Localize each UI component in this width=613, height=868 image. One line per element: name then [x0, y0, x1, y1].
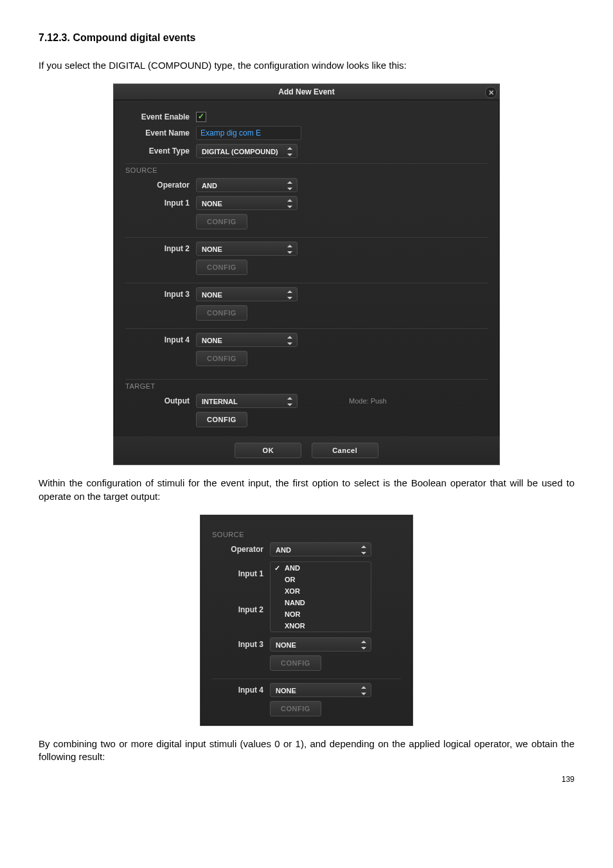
page-number: 139 [39, 775, 574, 784]
operator-option-xnor[interactable]: XNOR [271, 620, 371, 632]
operator-label: Operator [125, 181, 196, 190]
output-select[interactable]: INTERNAL [196, 394, 298, 408]
input-2-label-2: Input 2 [212, 605, 270, 614]
input-2-label: Input 2 [125, 244, 196, 253]
operator-select-open[interactable]: AND [270, 542, 371, 556]
chevron-updown-icon [359, 640, 368, 650]
intro-paragraph-3: By combining two or more digital input s… [39, 738, 574, 764]
target-section-label: TARGET [125, 379, 488, 390]
operator-label-2: Operator [212, 545, 270, 554]
input-1-select[interactable]: NONE [196, 196, 298, 210]
output-mode-text: Mode: Push [349, 397, 387, 405]
output-label: Output [125, 396, 196, 405]
intro-paragraph-1: If you select the DIGITAL (COMPOUND) typ… [39, 59, 574, 72]
input-4-select-2[interactable]: NONE [270, 683, 371, 697]
source-section-label-2: SOURCE [212, 528, 401, 538]
input-1-label: Input 1 [125, 199, 196, 208]
chevron-updown-icon [359, 686, 368, 696]
input-3-config-button[interactable]: CONFIG [196, 305, 247, 321]
chevron-updown-icon [285, 146, 294, 157]
input-1-value: NONE [202, 200, 222, 208]
event-type-label: Event Type [125, 146, 196, 155]
input-3-value: NONE [202, 291, 222, 299]
operator-dropdown-panel: SOURCE Operator AND Input 1 Input 2 AND [200, 515, 413, 726]
input-3-select-2[interactable]: NONE [270, 637, 371, 651]
input-4-label-2: Input 4 [212, 686, 270, 695]
input-4-value-2: NONE [276, 687, 296, 695]
input-3-config-button-2[interactable]: CONFIG [270, 655, 321, 671]
input-4-config-button-2[interactable]: CONFIG [270, 701, 321, 716]
event-name-input[interactable]: Examp dig com E [196, 126, 301, 140]
operator-option-nor[interactable]: NOR [271, 608, 371, 620]
operator-option-nand[interactable]: NAND [271, 597, 371, 608]
event-enable-label: Event Enable [125, 112, 196, 121]
chevron-updown-icon [285, 290, 294, 300]
operator-option-and[interactable]: AND [271, 562, 371, 574]
input-3-select[interactable]: NONE [196, 287, 298, 301]
input-3-label-2: Input 3 [212, 640, 270, 649]
input-4-label: Input 4 [125, 335, 196, 344]
intro-paragraph-2: Within the configuration of stimuli for … [39, 477, 574, 503]
chevron-updown-icon [285, 181, 294, 191]
chevron-updown-icon [359, 545, 368, 555]
operator-option-or[interactable]: OR [271, 574, 371, 585]
operator-value-2: AND [276, 546, 291, 554]
input-1-label-2: Input 1 [212, 569, 270, 578]
chevron-updown-icon [285, 396, 294, 407]
output-value: INTERNAL [202, 398, 238, 405]
event-type-value: DIGITAL (COMPOUND) [202, 148, 278, 155]
input-4-value: NONE [202, 337, 222, 344]
input-3-label: Input 3 [125, 290, 196, 299]
chevron-updown-icon [285, 244, 294, 254]
input-2-value: NONE [202, 245, 222, 253]
operator-select[interactable]: AND [196, 178, 298, 192]
dialog-title: Add New Event [278, 87, 334, 96]
ok-button[interactable]: OK [235, 443, 301, 458]
input-2-select[interactable]: NONE [196, 242, 298, 256]
add-new-event-dialog: Add New Event ✕ Event Enable Event Name … [113, 84, 500, 465]
operator-value: AND [202, 182, 217, 190]
input-1-config-button[interactable]: CONFIG [196, 214, 247, 229]
input-4-config-button[interactable]: CONFIG [196, 351, 247, 366]
source-section-label: SOURCE [125, 163, 488, 174]
dialog-titlebar: Add New Event ✕ [114, 84, 499, 100]
operator-option-xor[interactable]: XOR [271, 585, 371, 597]
chevron-updown-icon [285, 199, 294, 209]
event-type-select[interactable]: DIGITAL (COMPOUND) [196, 144, 298, 158]
input-3-value-2: NONE [276, 641, 296, 649]
event-enable-checkbox[interactable] [196, 112, 206, 122]
input-2-config-button[interactable]: CONFIG [196, 260, 247, 275]
close-icon[interactable]: ✕ [485, 87, 497, 98]
input-4-select[interactable]: NONE [196, 333, 298, 347]
output-config-button[interactable]: CONFIG [196, 412, 247, 427]
event-name-label: Event Name [125, 128, 196, 137]
section-heading: 7.12.3. Compound digital events [39, 32, 574, 44]
operator-options-list[interactable]: AND OR XOR NAND NOR XNOR [270, 562, 371, 632]
chevron-updown-icon [285, 335, 294, 346]
cancel-button[interactable]: Cancel [312, 443, 378, 458]
